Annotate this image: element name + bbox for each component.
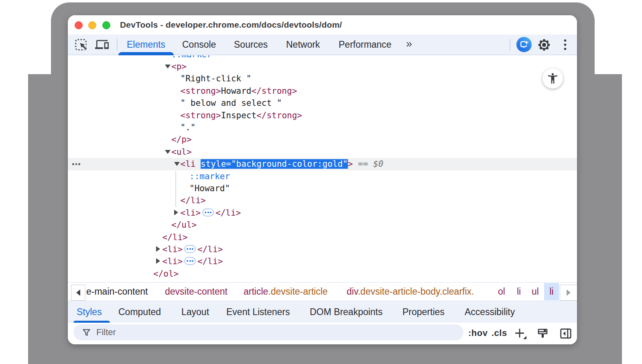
expand-ellipsis-icon[interactable] [202,208,214,216]
token-tag: <li> [163,257,183,266]
tree-row[interactable]: <strong>Inspect</strong> [68,109,577,121]
row-text: ::marker [171,55,212,61]
breadcrumb-part: .devsite-article-body.clearfix. [358,286,474,297]
toggle-class-button[interactable]: .cls [492,323,507,344]
tree-row[interactable]: ::marker [68,170,577,182]
row-text: <li></li> [163,243,223,255]
tree-row[interactable]: "Right-click " [68,73,577,85]
tree-row[interactable]: <ul> [68,146,577,158]
tab-performance[interactable]: Performance [339,34,392,55]
tree-row[interactable]: "." [68,121,577,133]
rendering-brush-icon[interactable] [537,328,548,339]
device-toolbar-icon[interactable] [95,34,109,55]
row-text: </li> [163,231,188,243]
inspect-icon[interactable] [75,34,87,55]
tree-row[interactable]: </ol> [68,268,577,280]
tree-row[interactable]: <li></li> [68,207,577,219]
tab-computed[interactable]: Computed [118,301,161,323]
expand-ellipsis-icon[interactable] [184,257,196,265]
toggle-sidebar-icon[interactable] [560,328,571,339]
breadcrumb-selected[interactable]: li [544,283,559,300]
devtools-window: DevTools - developer.chrome.com/docs/dev… [68,15,577,344]
tab-layout[interactable]: Layout [181,301,209,323]
expand-arrow-icon[interactable] [174,210,178,215]
expand-ellipsis-icon[interactable] [184,245,196,253]
toggle-hover-state-button[interactable]: :hov [468,323,488,344]
token-text [368,159,373,169]
collapse-arrow-icon[interactable] [174,162,180,166]
tab-styles[interactable]: Styles [77,301,102,323]
token-tag: <li> [181,208,201,218]
breadcrumb-part: article [244,286,268,297]
breadcrumb-scroll-left-button[interactable] [71,285,85,301]
row-text: " below and select " [181,97,282,109]
tab-event-listeners[interactable]: Event Listeners [226,301,290,323]
tree-row[interactable]: </p> [68,133,577,146]
breadcrumb-part: ul [532,286,539,297]
collapse-arrow-icon[interactable] [165,65,171,69]
token-dollar: $0 [373,159,383,169]
tab-dom-breakpoints[interactable]: DOM Breakpoints [310,301,383,323]
tab-elements[interactable]: Elements [127,34,165,55]
token-tag: </li> [197,245,223,254]
tab-sources[interactable]: Sources [234,34,268,55]
tree-row[interactable]: </li> [68,194,577,206]
tab-properties[interactable]: Properties [402,301,445,323]
row-text: "Howard" [189,182,230,194]
token-text: "Howard" [189,184,230,193]
expand-arrow-icon[interactable] [156,246,160,252]
filter-input[interactable]: Filter [73,324,463,340]
breadcrumb-item[interactable]: devsite-content [165,283,228,301]
token-tag: <strong> [181,111,221,120]
breadcrumb-part: div [347,286,358,297]
token-text: Howard [221,86,252,96]
tree-row[interactable]: <li></li> [68,243,577,255]
row-actions-dots-icon[interactable] [72,158,80,170]
settings-gear-icon[interactable] [538,39,550,53]
minimize-button[interactable] [88,21,96,29]
three-dot-menu-icon[interactable] [564,39,567,52]
tree-row[interactable]: <li style="background-color:gold"> == $0 [68,158,577,170]
tab-accessibility[interactable]: Accessibility [465,301,515,323]
row-text: "Right-click " [181,73,252,85]
tab-network[interactable]: Network [286,34,320,55]
tree-row[interactable]: </li> [68,231,577,243]
tree-row[interactable]: " below and select " [68,97,577,109]
tree-row[interactable]: "Howard" [68,182,577,194]
elements-tree-panel: ::marker<p>"Right-click "<strong>Howard<… [68,55,577,282]
tree-row[interactable]: ::marker [68,55,577,61]
breadcrumb-item[interactable]: e-main-content [86,283,148,301]
breadcrumb-part: e-main-content [86,286,148,297]
close-button[interactable] [75,21,83,29]
tree-row[interactable]: <li></li> [68,255,577,267]
breadcrumb-part: ol [498,286,505,297]
tree-row[interactable]: </ul> [68,219,577,231]
row-text: "." [181,121,196,133]
row-text: <li></li> [181,207,241,219]
toolbar-divider [117,39,118,51]
breadcrumb-item[interactable]: ol [498,283,505,301]
filter-funnel-icon [82,328,91,337]
collapse-arrow-icon[interactable] [165,150,171,154]
token-tag: </strong> [256,111,302,120]
ai-assistant-icon[interactable] [516,37,532,52]
breadcrumb-part: .devsite-article [268,286,327,297]
breadcrumb-item[interactable]: div.devsite-article-body.clearfix. [347,283,474,301]
breadcrumb-item[interactable]: article.devsite-article [244,283,328,301]
expand-arrow-icon[interactable] [156,258,160,264]
more-tabs-icon[interactable]: » [406,34,411,55]
tree-row[interactable]: <strong>Howard</strong> [68,85,577,97]
tab-console[interactable]: Console [182,34,216,55]
token-tag: </li> [181,196,206,205]
row-text: </p> [171,133,192,146]
breadcrumb-item[interactable]: ul [532,283,539,301]
row-text: ::marker [189,170,230,182]
breadcrumb-item[interactable]: li [517,283,521,301]
tree-row[interactable]: <p> [68,61,577,73]
token-tag: </strong> [252,86,297,96]
breadcrumb-bar: li e-main-contentdevsite-contentarticle.… [68,282,577,301]
token-equals: == [358,159,368,169]
breadcrumb-scroll-right-button[interactable] [560,285,577,301]
new-style-rule-plus-icon[interactable] [514,328,527,340]
zoom-button[interactable] [102,21,110,29]
